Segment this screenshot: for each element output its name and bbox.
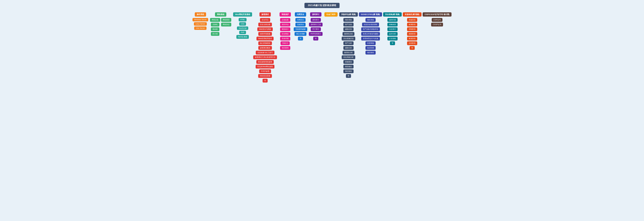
branch-children-cisp: CISP证书 CISSP证书: [423, 18, 452, 26]
branch-secaudit: 安全巡检(赠 视频) 漏洞扫描 策略检查 日志审计 监控分析 行业巡检 等: [383, 12, 402, 45]
node-incident-eradicate: 根除阶段: [407, 32, 417, 36]
node-incident-recover: 恢复阶段: [407, 37, 417, 40]
node-pentest-tools: 渗透测试工具以及使用方法: [253, 55, 277, 59]
node-html: HTML: [239, 18, 247, 22]
node-web-defense: Web安全防御: [258, 74, 272, 78]
node-measure-plan: 措施规划: [343, 60, 354, 64]
node-src-etc: 等: [313, 37, 318, 40]
branch-header-social: 社会工程学: [324, 12, 338, 16]
node-src-audit: 源码审计: [311, 18, 321, 22]
node-industry-patrol: 行业巡检: [388, 37, 398, 40]
node-info-gather: 信息收集与社工技巧: [256, 51, 274, 54]
node-project-case: 项目案例: [280, 46, 290, 50]
node-sec-measure-identify: 安全措施识别: [342, 37, 355, 40]
node-sec-law: 安全法律法规: [258, 23, 272, 26]
node-wireless-sec: 无线安全: [296, 23, 306, 26]
branch-children-pentest: 安全导论 安全法律法规 Web安全与风险 攻防环境搭建 Web应用程序技术 核心…: [253, 18, 277, 82]
node-env-setup: 攻防环境搭建: [258, 32, 272, 36]
network-sub-model: 网络模型 网络协议: [221, 18, 231, 26]
node-iso-accept: 项目验收: [366, 51, 376, 54]
node-wireless-crack: 无线密码破解: [294, 27, 307, 31]
node-incident-contain: 抑制阶段: [407, 27, 417, 31]
node-web-sec-risk: Web安全与风险: [257, 27, 272, 31]
node-windows-server: Windows Server: [192, 18, 208, 22]
branch-cisp: CISP/CISSP证书(可考 领付费) CISP证书 CISSP证书: [423, 12, 452, 26]
node-linux-server: Linux Server: [194, 22, 207, 26]
node-network-model: 网络模型: [221, 18, 231, 22]
node-weak-pw: 弱口令猜解: [294, 32, 306, 36]
node-webapp-tech: Web应用程序技术: [256, 37, 274, 40]
node-sec-fix: 安全整改: [280, 32, 290, 36]
node-manual-audit: 手工审计: [311, 27, 321, 31]
branch-header-web: Web网站开发基础: [233, 12, 252, 16]
branch-header-os: 操作系统: [195, 12, 206, 16]
node-level-eval: 等保评测: [280, 37, 290, 40]
node-vuln-analysis: 脆弱性分析: [342, 51, 354, 54]
node-integrated-risk: 综合风险分析: [342, 55, 355, 59]
node-css: CSS: [239, 22, 246, 26]
branch-children-sourcecode: 源码审计 源码审计工具 手工审计 PHP代码审计 等: [309, 18, 323, 40]
branch-header-djbh: 等级保护: [280, 12, 291, 16]
node-src-audit-tools: 源码审计工具: [309, 23, 322, 26]
node-javascript: JavaScript: [237, 26, 248, 30]
node-iso-external-audit: 外部审核: [366, 41, 376, 45]
node-monitor-analysis: 监控分析: [388, 32, 398, 36]
node-middleware-pentest: 中间件渗透: [259, 69, 271, 73]
node-risk-prepare: 项目准备: [343, 18, 354, 22]
node-incident-summary: 总结阶段: [407, 41, 417, 45]
branch-children-web: HTML CSS JavaScript PHP MySQL基础: [233, 18, 252, 39]
branch-children-djbh: 定级备案 差距评估 规划设计 安全整改 等保评测 等保2.0 项目案例: [278, 18, 292, 50]
node-project-accept: 项目验收: [343, 69, 354, 73]
node-cisp-cert: CISP证书: [432, 18, 442, 22]
node-asset-identify: 资产识别: [343, 23, 354, 26]
node-web-pentest: 常见的Web网站渗透: [256, 65, 274, 68]
branch-pentest: 渗透测试 安全导论 安全法律法规 Web安全与风险 攻防环境搭建 Web应用程序…: [253, 12, 277, 82]
branch-header-cisp: CISP/CISSP证书(可考 领付费): [423, 12, 452, 16]
branch-social: 社会工程学: [324, 12, 338, 18]
node-incident-detect: 检测阶段: [407, 23, 417, 26]
node-firewall: 防火墙: [211, 32, 220, 36]
node-iso-prepare: 项目准备: [366, 18, 376, 22]
branch-header-sourcecode: 源码审计: [310, 12, 322, 16]
node-switch: 交换机: [211, 23, 220, 26]
branch-header-intranet: 内网安全: [295, 12, 306, 16]
node-threat-identify: 威胁识别: [343, 27, 354, 31]
node-incident-prepare: 准备阶段: [407, 18, 417, 22]
node-plan-design: 规划设计: [280, 27, 290, 31]
node-threat-analysis: 威胁分析: [343, 46, 354, 50]
node-vuln-identify: 脆弱性识别: [342, 32, 354, 36]
branch-os: 操作系统 Windows Server Linux Server Unix Se…: [192, 12, 208, 30]
branch-iso: ISO/IEC27001(赠 视频) 项目准备 信息安全现状调研 资产设备与风险…: [359, 12, 382, 54]
node-pentest-overview: 渗透测试概述: [258, 46, 272, 50]
node-risk-etc: 等: [346, 74, 351, 78]
mindmap-container: 2021卓越计划 进阶就业课程 操作系统 Windows Server Linu…: [0, 0, 644, 85]
node-vuln-scan: 漏洞扫描: [388, 18, 398, 22]
node-intranet-sec: 内网安全: [296, 18, 306, 22]
node-network-protocol: 网络协议: [221, 23, 231, 26]
branch-header-iso: ISO/IEC27001(赠 视频): [359, 12, 382, 16]
branch-children-secaudit: 漏洞扫描 策略检查 日志审计 监控分析 行业巡检 等: [383, 18, 402, 45]
node-network-equipment: 网络设备: [210, 18, 220, 22]
node-incident-etc: 等: [410, 46, 415, 50]
branch-children-os: Windows Server Linux Server Unix Server: [192, 18, 208, 30]
branch-children-iso: 项目准备 信息安全现状调研 资产设备与风险评估 体系文件策划与编制 管理体系运行…: [359, 18, 382, 54]
node-sec-intro: 安全导论: [260, 18, 270, 22]
node-iso-survey: 信息安全现状调研: [362, 23, 379, 26]
node-level-registration: 定级备案: [280, 18, 290, 22]
node-core-defense: 核心防御机制: [258, 41, 272, 45]
node-php-audit: PHP代码审计: [309, 32, 322, 36]
branch-header-network: 网络基础: [215, 12, 226, 16]
node-gap-assess: 差距评估: [280, 23, 290, 26]
branch-network: 网络基础 网络设备 交换机 路由器 防火墙 网络模型 网络协议: [209, 12, 232, 36]
node-router: 路由器: [211, 27, 220, 31]
branch-header-risk: 风险评估(赠 视频): [339, 12, 358, 16]
network-sub-equipment: 网络设备 交换机 路由器 防火墙: [210, 18, 220, 36]
node-secaudit-etc: 等: [390, 41, 395, 45]
node-report-output: 报告输出: [343, 65, 354, 68]
node-policy-check: 策略检查: [388, 23, 398, 26]
node-pentest-etc: 等: [262, 79, 268, 82]
node-proto-pentest: 协议渗透/系统渗透: [256, 60, 274, 64]
node-asset-analysis: 资产分析: [343, 41, 354, 45]
node-level2: 等保2.0: [280, 41, 290, 45]
branches-row: 操作系统 Windows Server Linux Server Unix Se…: [2, 12, 642, 82]
